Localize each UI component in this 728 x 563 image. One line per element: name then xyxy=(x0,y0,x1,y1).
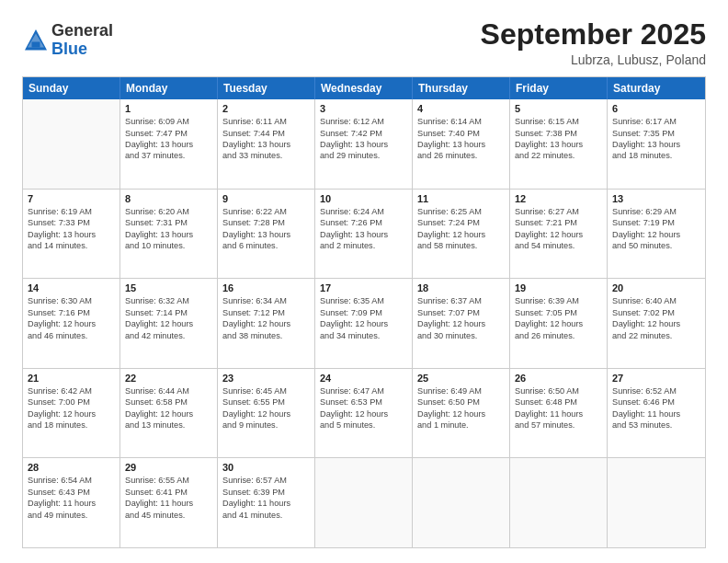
day-number: 17 xyxy=(320,282,407,293)
day-number: 23 xyxy=(222,373,310,384)
cell-line-3: and 34 minutes. xyxy=(320,330,407,341)
cell-line-3: and 46 minutes. xyxy=(28,330,115,341)
day-number: 13 xyxy=(612,193,700,204)
svg-rect-2 xyxy=(32,41,40,47)
calendar-cell-r2-c4: 18Sunrise: 6:37 AMSunset: 7:07 PMDayligh… xyxy=(413,279,510,368)
cell-line-1: Sunset: 7:40 PM xyxy=(417,128,505,139)
day-number: 20 xyxy=(612,282,700,293)
day-number: 26 xyxy=(515,373,602,384)
cell-line-1: Sunset: 6:48 PM xyxy=(515,396,602,408)
cell-line-3: and 33 minutes. xyxy=(222,150,310,161)
cell-line-3: and 42 minutes. xyxy=(125,330,212,341)
calendar-row-2: 14Sunrise: 6:30 AMSunset: 7:16 PMDayligh… xyxy=(23,278,705,368)
cell-line-1: Sunset: 7:33 PM xyxy=(28,217,115,228)
cell-line-2: Daylight: 12 hours xyxy=(515,318,602,329)
cell-line-3: and 29 minutes. xyxy=(320,150,407,161)
cell-line-2: Daylight: 13 hours xyxy=(612,139,700,150)
calendar-cell-r0-c4: 4Sunrise: 6:14 AMSunset: 7:40 PMDaylight… xyxy=(413,99,510,189)
calendar-body: 1Sunrise: 6:09 AMSunset: 7:47 PMDaylight… xyxy=(23,99,705,547)
header-thursday: Thursday xyxy=(413,77,510,99)
cell-line-2: Daylight: 13 hours xyxy=(222,139,310,150)
cell-line-1: Sunset: 7:16 PM xyxy=(28,307,115,318)
calendar-cell-r4-c2: 30Sunrise: 6:57 AMSunset: 6:39 PMDayligh… xyxy=(218,458,315,547)
cell-line-1: Sunset: 7:26 PM xyxy=(320,217,407,228)
cell-line-2: Daylight: 13 hours xyxy=(222,229,310,240)
cell-line-1: Sunset: 7:09 PM xyxy=(320,307,407,318)
calendar-cell-r3-c5: 26Sunrise: 6:50 AMSunset: 6:48 PMDayligh… xyxy=(510,369,608,458)
cell-line-1: Sunset: 7:12 PM xyxy=(222,307,310,318)
calendar-cell-r2-c2: 16Sunrise: 6:34 AMSunset: 7:12 PMDayligh… xyxy=(218,279,315,368)
logo-general: General xyxy=(51,22,113,40)
calendar-cell-r0-c2: 2Sunrise: 6:11 AMSunset: 7:44 PMDaylight… xyxy=(218,99,315,189)
cell-line-0: Sunrise: 6:50 AM xyxy=(515,385,602,396)
day-number: 10 xyxy=(320,193,407,204)
day-number: 27 xyxy=(612,373,700,384)
cell-line-2: Daylight: 11 hours xyxy=(28,498,115,509)
calendar-cell-r4-c6 xyxy=(608,458,705,547)
cell-line-3: and 5 minutes. xyxy=(320,419,407,431)
cell-line-0: Sunrise: 6:35 AM xyxy=(320,295,407,306)
cell-line-3: and 18 minutes. xyxy=(28,419,115,431)
day-number: 21 xyxy=(28,373,115,384)
calendar-cell-r1-c1: 8Sunrise: 6:20 AMSunset: 7:31 PMDaylight… xyxy=(120,190,218,279)
calendar-cell-r4-c3 xyxy=(315,458,413,547)
calendar-header: Sunday Monday Tuesday Wednesday Thursday… xyxy=(23,77,705,99)
cell-line-2: Daylight: 13 hours xyxy=(417,139,505,150)
cell-line-2: Daylight: 12 hours xyxy=(28,318,115,329)
calendar-cell-r1-c4: 11Sunrise: 6:25 AMSunset: 7:24 PMDayligh… xyxy=(413,190,510,279)
header-tuesday: Tuesday xyxy=(218,77,315,99)
cell-line-0: Sunrise: 6:09 AM xyxy=(125,116,212,127)
page: General Blue September 2025 Lubrza, Lubu… xyxy=(0,0,728,563)
calendar-cell-r1-c2: 9Sunrise: 6:22 AMSunset: 7:28 PMDaylight… xyxy=(218,190,315,279)
cell-line-3: and 41 minutes. xyxy=(222,510,310,521)
day-number: 24 xyxy=(320,373,407,384)
cell-line-2: Daylight: 12 hours xyxy=(320,318,407,329)
cell-line-3: and 1 minute. xyxy=(417,419,505,431)
calendar-cell-r1-c5: 12Sunrise: 6:27 AMSunset: 7:21 PMDayligh… xyxy=(510,190,608,279)
month-title: September 2025 xyxy=(481,18,706,51)
cell-line-2: Daylight: 13 hours xyxy=(125,139,212,150)
calendar-cell-r2-c3: 17Sunrise: 6:35 AMSunset: 7:09 PMDayligh… xyxy=(315,279,413,368)
cell-line-3: and 9 minutes. xyxy=(222,419,310,431)
cell-line-3: and 57 minutes. xyxy=(515,419,602,431)
calendar-cell-r0-c6: 6Sunrise: 6:17 AMSunset: 7:35 PMDaylight… xyxy=(608,99,705,189)
day-number: 8 xyxy=(125,193,212,204)
day-number: 4 xyxy=(417,103,505,114)
cell-line-0: Sunrise: 6:30 AM xyxy=(28,295,115,306)
cell-line-1: Sunset: 7:14 PM xyxy=(125,307,212,318)
cell-line-2: Daylight: 12 hours xyxy=(417,229,505,240)
day-number: 11 xyxy=(417,193,505,204)
calendar-cell-r1-c6: 13Sunrise: 6:29 AMSunset: 7:19 PMDayligh… xyxy=(608,190,705,279)
day-number: 28 xyxy=(28,462,115,473)
calendar-cell-r3-c0: 21Sunrise: 6:42 AMSunset: 7:00 PMDayligh… xyxy=(23,369,120,458)
logo-blue: Blue xyxy=(51,40,113,59)
cell-line-1: Sunset: 6:55 PM xyxy=(222,396,310,408)
calendar-cell-r2-c6: 20Sunrise: 6:40 AMSunset: 7:02 PMDayligh… xyxy=(608,279,705,368)
cell-line-0: Sunrise: 6:14 AM xyxy=(417,116,505,127)
calendar-cell-r3-c2: 23Sunrise: 6:45 AMSunset: 6:55 PMDayligh… xyxy=(218,369,315,458)
cell-line-2: Daylight: 11 hours xyxy=(612,408,700,419)
cell-line-3: and 14 minutes. xyxy=(28,240,115,251)
calendar-row-3: 21Sunrise: 6:42 AMSunset: 7:00 PMDayligh… xyxy=(23,368,705,458)
cell-line-0: Sunrise: 6:29 AM xyxy=(612,206,700,217)
cell-line-0: Sunrise: 6:11 AM xyxy=(222,116,310,127)
cell-line-1: Sunset: 6:50 PM xyxy=(417,396,505,408)
cell-line-0: Sunrise: 6:25 AM xyxy=(417,206,505,217)
cell-line-1: Sunset: 7:21 PM xyxy=(515,217,602,228)
cell-line-2: Daylight: 12 hours xyxy=(417,408,505,419)
cell-line-1: Sunset: 7:02 PM xyxy=(612,307,700,318)
cell-line-0: Sunrise: 6:42 AM xyxy=(28,385,115,396)
cell-line-2: Daylight: 12 hours xyxy=(612,229,700,240)
cell-line-0: Sunrise: 6:20 AM xyxy=(125,206,212,217)
cell-line-0: Sunrise: 6:45 AM xyxy=(222,385,310,396)
cell-line-2: Daylight: 13 hours xyxy=(320,139,407,150)
cell-line-1: Sunset: 7:35 PM xyxy=(612,128,700,139)
day-number: 3 xyxy=(320,103,407,114)
cell-line-1: Sunset: 7:44 PM xyxy=(222,128,310,139)
cell-line-0: Sunrise: 6:32 AM xyxy=(125,295,212,306)
cell-line-1: Sunset: 7:31 PM xyxy=(125,217,212,228)
header-friday: Friday xyxy=(510,77,608,99)
calendar-cell-r2-c5: 19Sunrise: 6:39 AMSunset: 7:05 PMDayligh… xyxy=(510,279,608,368)
cell-line-3: and 26 minutes. xyxy=(515,330,602,341)
calendar-row-1: 7Sunrise: 6:19 AMSunset: 7:33 PMDaylight… xyxy=(23,189,705,279)
